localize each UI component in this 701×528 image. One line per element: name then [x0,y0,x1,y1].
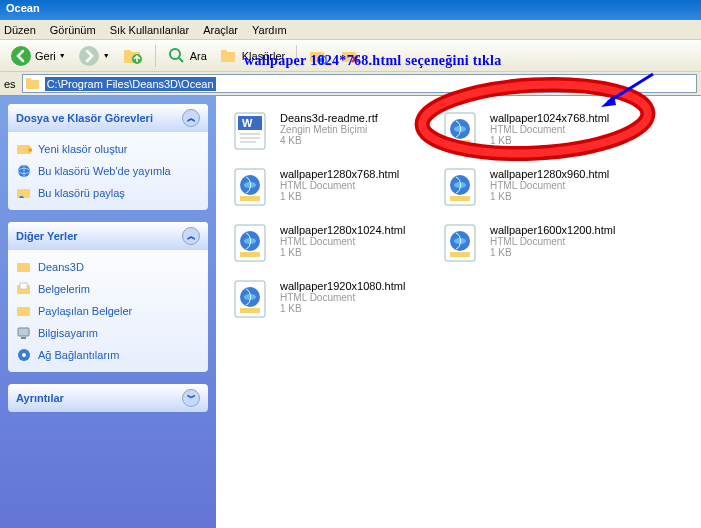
file-item[interactable]: WDeans3d-readme.rtfZengin Metin Biçimi4 … [226,106,436,162]
task-label: Bu klasörü paylaş [38,187,125,199]
svg-rect-39 [240,196,260,201]
place-my-computer[interactable]: Bilgisayarım [16,322,200,344]
file-item[interactable]: wallpaper1600x1200.htmlHTML Document1 KB [436,218,646,274]
menu-view[interactable]: Görünüm [50,24,96,36]
html-icon [440,166,482,208]
sidebar: Dosya ve Klasör Görevleri ︽ ✴ Yeni klasö… [0,96,216,528]
file-type: HTML Document [280,292,405,303]
details-panel: Ayrıntılar ︾ [8,384,208,412]
back-label: Geri [35,50,56,62]
svg-point-5 [170,49,180,59]
file-type: Zengin Metin Biçimi [280,124,378,135]
place-shared-docs[interactable]: Paylaşılan Belgeler [16,300,200,322]
places-panel: Diğer Yerler ︽ Deans3D Belgelerim Paylaş… [8,222,208,372]
place-label: Paylaşılan Belgeler [38,305,132,317]
place-my-docs[interactable]: Belgelerim [16,278,200,300]
file-size: 1 KB [280,303,405,314]
folders-icon [219,46,239,66]
svg-rect-20 [17,263,30,272]
svg-rect-12 [26,80,39,89]
expand-icon[interactable]: ︾ [182,389,200,407]
share-icon [16,185,32,201]
menubar: Düzen Görünüm Sık Kullanılanlar Araçlar … [0,20,701,40]
menu-tools[interactable]: Araçlar [203,24,238,36]
html-icon [230,222,272,264]
file-size: 1 KB [280,247,405,258]
place-network[interactable]: Ağ Bağlantılarım [16,344,200,366]
file-name: wallpaper1280x960.html [490,168,609,180]
collapse-icon[interactable]: ︽ [182,227,200,245]
address-bar: es C:\Program Files\Deans3D\Ocean [0,72,701,96]
html-icon [230,278,272,320]
up-button[interactable] [118,43,148,69]
svg-rect-25 [21,337,26,339]
task-new-folder[interactable]: ✴ Yeni klasör oluştur [16,138,200,160]
address-path: C:\Program Files\Deans3D\Ocean [45,77,216,91]
file-item[interactable]: wallpaper1280x768.htmlHTML Document1 KB [226,162,436,218]
globe-icon [16,163,32,179]
file-name: wallpaper1280x768.html [280,168,399,180]
menu-help[interactable]: Yardım [252,24,287,36]
place-deans3d[interactable]: Deans3D [16,256,200,278]
task-publish-web[interactable]: Bu klasörü Web'de yayımla [16,160,200,182]
menu-edit[interactable]: Düzen [4,24,36,36]
svg-rect-23 [17,307,30,316]
svg-point-27 [22,353,26,357]
search-icon [167,46,187,66]
svg-point-0 [11,46,31,66]
back-icon [10,45,32,67]
details-panel-title: Ayrıntılar [16,392,64,404]
file-type: HTML Document [490,124,609,135]
new-folder-icon: ✴ [16,141,32,157]
window-title: Ocean [6,2,40,14]
file-name: wallpaper1600x1200.html [490,224,615,236]
file-name: wallpaper1024x768.html [490,112,609,124]
file-list: WDeans3d-readme.rtfZengin Metin Biçimi4 … [216,96,701,528]
file-item[interactable]: wallpaper1280x960.htmlHTML Document1 KB [436,162,646,218]
address-input[interactable]: C:\Program Files\Deans3D\Ocean [22,74,697,93]
file-name: wallpaper1920x1080.html [280,280,405,292]
file-size: 1 KB [490,135,609,146]
file-name: wallpaper1280x1024.html [280,224,405,236]
rtf-icon: W [230,110,272,152]
dropdown-icon: ▼ [103,52,110,59]
svg-rect-13 [26,78,31,81]
search-button[interactable]: Ara [163,44,211,68]
folder-up-icon [122,45,144,67]
tasks-panel-title: Dosya ve Klasör Görevleri [16,112,153,124]
svg-rect-45 [240,252,260,257]
svg-rect-3 [124,50,131,54]
network-icon [16,347,32,363]
shared-folder-icon [16,303,32,319]
tasks-panel: Dosya ve Klasör Görevleri ︽ ✴ Yeni klasö… [8,104,208,210]
file-type: HTML Document [490,236,615,247]
task-label: Yeni klasör oluştur [38,143,127,155]
window-titlebar: Ocean [0,0,701,20]
file-item[interactable]: wallpaper1280x1024.htmlHTML Document1 KB [226,218,436,274]
dropdown-icon: ▼ [59,52,66,59]
svg-rect-24 [18,328,29,336]
documents-icon [16,281,32,297]
forward-button[interactable]: ▼ [74,43,114,69]
back-button[interactable]: Geri ▼ [6,43,70,69]
html-icon [440,110,482,152]
menu-favorites[interactable]: Sık Kullanılanlar [110,24,190,36]
file-size: 1 KB [280,191,399,202]
annotation-text: wallpaper 1024*768.html seçeneğini tıkla [244,53,502,69]
places-panel-title: Diğer Yerler [16,230,78,242]
place-label: Ağ Bağlantılarım [38,349,119,361]
collapse-icon[interactable]: ︽ [182,109,200,127]
file-type: HTML Document [280,236,405,247]
file-item[interactable]: wallpaper1920x1080.htmlHTML Document1 KB [226,274,436,330]
file-item[interactable]: wallpaper1024x768.htmlHTML Document1 KB [436,106,646,162]
file-size: 1 KB [490,191,609,202]
svg-line-6 [179,58,183,62]
file-type: HTML Document [280,180,399,191]
svg-rect-51 [240,308,260,313]
svg-rect-48 [450,252,470,257]
svg-rect-8 [221,50,227,54]
task-label: Bu klasörü Web'de yayımla [38,165,171,177]
svg-rect-22 [20,283,27,289]
folder-icon [16,259,32,275]
task-share-folder[interactable]: Bu klasörü paylaş [16,182,200,204]
